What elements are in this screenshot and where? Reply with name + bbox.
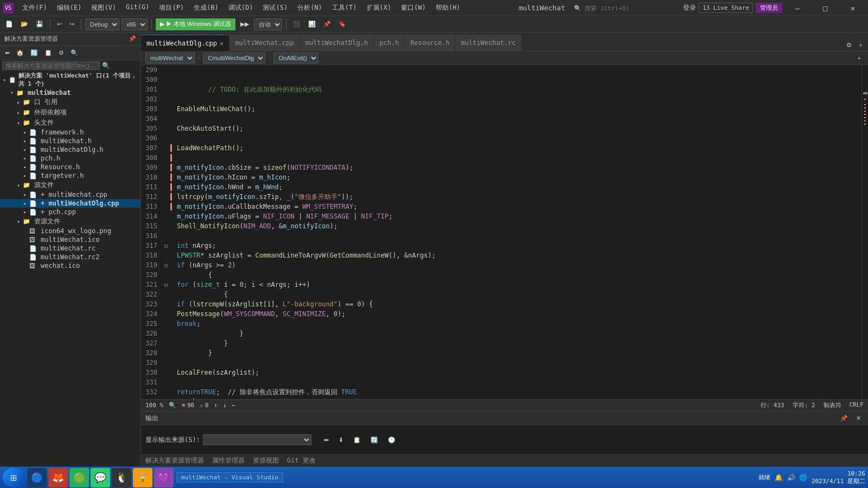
menu-window[interactable]: 窗口(W) [397, 1, 430, 15]
tab-multiwechat-cpp[interactable]: multiWechat.cpp [229, 35, 299, 51]
tree-multiwechatdlg-cpp[interactable]: ▸ 📄 + multiWechatDlg.cpp [0, 199, 141, 208]
tree-multiwechatdlg-h[interactable]: ▸ 📄 multiWechatDlg.h [0, 145, 141, 154]
sidebar-btn3[interactable]: 🔄 [28, 47, 41, 59]
output-btn5[interactable]: 🕐 [385, 434, 398, 446]
output-btn2[interactable]: ⬇ [336, 434, 346, 446]
output-close-btn[interactable]: ✕ [853, 412, 864, 424]
auto-dropdown[interactable]: 自动 [254, 18, 282, 30]
run-button[interactable]: ▶ ▶ 本地 Windows 调试器 [156, 18, 235, 30]
code-editor[interactable]: 2993003013023033043053063073083093103113… [141, 65, 861, 399]
minimize-button[interactable]: — [785, 0, 810, 16]
tree-resource-h[interactable]: ▸ 📄 Resource.h [0, 163, 141, 171]
output-pin-btn[interactable]: 📌 [838, 412, 851, 424]
scrollbar-thumb[interactable] [863, 92, 867, 94]
tree-multiwechat-h[interactable]: ▸ 📄 multiWechat.h [0, 137, 141, 145]
sidebar-btn6[interactable]: 🔍 [68, 47, 81, 59]
live-share-button[interactable]: 13 Live Share [699, 3, 753, 13]
tree-icon64[interactable]: 🖼 icon64_wx_logo.png [0, 227, 141, 235]
sidebar-btn5[interactable]: ⚙ [56, 47, 67, 59]
output-btn1[interactable]: ⬅ [321, 434, 331, 446]
breadcrumb-method-dropdown[interactable]: OnAllExit() [273, 53, 318, 63]
menu-edit[interactable]: 编辑(E) [53, 1, 86, 15]
new-tab-btn[interactable]: + [855, 52, 864, 64]
taskbar-app-5[interactable]: 🐧 [112, 468, 131, 487]
menu-debug[interactable]: 调试(D) [224, 1, 258, 15]
tab-multiwechat-rc[interactable]: multiWechat.rc [456, 35, 522, 51]
tree-multiwechat-rc[interactable]: 📄 multiWechat.rc [0, 244, 141, 253]
taskbar-app-4[interactable]: 💬 [91, 468, 110, 487]
menu-build[interactable]: 生成(B) [189, 1, 223, 15]
tree-sources[interactable]: ▾ 📁 源文件 [0, 180, 141, 190]
toolbar-undo[interactable]: ↩ [54, 18, 65, 30]
tree-external-dep[interactable]: ▸ 📁 外部依赖项 [0, 107, 141, 118]
sidebar-search-button[interactable]: 🔍 [102, 62, 110, 69]
menu-git[interactable]: Git(G) [122, 1, 154, 15]
start-button[interactable]: ⊞ [3, 468, 24, 487]
menu-help[interactable]: 帮助(H) [431, 1, 465, 15]
taskbar-app-7[interactable]: 💜 [154, 468, 174, 487]
tree-headers[interactable]: ▾ 📁 头文件 [0, 118, 141, 128]
bottom-tab-git[interactable]: Git 更改 [287, 456, 316, 465]
toolbar-redo[interactable]: ↪ [67, 18, 77, 30]
toolbar-extra4[interactable]: 🔖 [336, 18, 349, 30]
toolbar-extra2[interactable]: 📊 [305, 18, 318, 30]
tree-pch-cpp[interactable]: ▸ 📄 + pch.cpp [0, 208, 141, 216]
sidebar-btn2[interactable]: 🏠 [14, 47, 27, 59]
error-count[interactable]: ✖ 90 [182, 402, 194, 409]
platform-dropdown[interactable]: x86 [122, 18, 148, 30]
sidebar-btn4[interactable]: 📋 [42, 47, 55, 59]
menu-file[interactable]: 文件(F) [18, 1, 52, 15]
arrow-left-icon[interactable]: ← [232, 402, 236, 409]
tree-pch-h[interactable]: ▸ 📄 pch.h [0, 154, 141, 163]
arrow-up-icon[interactable]: ↑ [214, 402, 218, 409]
taskbar-app-6[interactable]: 🔒 [133, 468, 152, 487]
tree-wechat-ico[interactable]: 🖼 wechat.ico [0, 261, 141, 270]
warning-count[interactable]: ⚠ 0 [200, 402, 208, 409]
menu-ext[interactable]: 扩展(X) [362, 1, 396, 15]
menu-project[interactable]: 项目(P) [155, 1, 188, 15]
taskbar-app-1[interactable]: 🔵 [27, 468, 47, 487]
output-source-select[interactable] [203, 434, 311, 445]
sidebar-search-input[interactable] [2, 61, 100, 70]
login-button[interactable]: 登录 [683, 3, 696, 12]
admin-button[interactable]: 管理员 [756, 3, 782, 13]
bottom-tab-properties[interactable]: 属性管理器 [212, 456, 245, 465]
bottom-tab-resource[interactable]: 资源视图 [253, 456, 279, 465]
taskbar-app-3[interactable]: 🟢 [69, 468, 89, 487]
tree-multiwechat-ico[interactable]: 🖼 multiWechat.ico [0, 235, 141, 244]
toolbar-new[interactable]: 📄 [3, 18, 16, 30]
toolbar-open[interactable]: 📂 [18, 18, 31, 30]
close-button[interactable]: ✕ [840, 0, 865, 16]
bottom-tab-solution[interactable]: 解决方案资源管理器 [145, 456, 204, 465]
taskbar-app-2[interactable]: 🦊 [48, 468, 68, 487]
output-btn3[interactable]: 📋 [350, 434, 363, 446]
tree-multiwechat-rc2[interactable]: 📄 multiWechat.rc2 [0, 253, 141, 261]
tree-references[interactable]: ▸ 📁 口 引用 [0, 97, 141, 107]
tree-targetver-h[interactable]: ▸ 📄 targetver.h [0, 171, 141, 180]
maximize-button[interactable]: □ [813, 0, 838, 16]
tree-resources[interactable]: ▾ 📁 资源文件 [0, 216, 141, 227]
toolbar-extra3[interactable]: 📌 [321, 18, 334, 30]
code-lines[interactable]: // TODO: 在此添加额外的初始化代码 EnableMultiWeChat(… [173, 65, 861, 399]
tab-multiwechatdlg-h[interactable]: multiWechatDlg.h [300, 35, 374, 51]
breadcrumb-class-dropdown[interactable]: CmultiWechatDlg [203, 53, 265, 63]
breadcrumb-file-dropdown[interactable]: multiWechat [145, 53, 195, 63]
tab-close-button[interactable]: ✕ [220, 40, 224, 47]
tree-multiwechat-cpp[interactable]: ▸ 📄 + multiWechat.cpp [0, 190, 141, 199]
output-btn4[interactable]: 🔄 [368, 434, 381, 446]
vertical-scrollbar[interactable] [861, 65, 868, 399]
tab-multiwechatdlg-cpp[interactable]: multiWechatDlg.cpp ✕ [141, 35, 229, 51]
tab-pch-h[interactable]: pch.h [374, 35, 405, 51]
tree-solution[interactable]: ▸ 📋 解决方案 'multiWechat' 口(1 个项目，共 1 个) [0, 71, 141, 88]
menu-analyze[interactable]: 分析(N) [293, 1, 327, 15]
menu-tools[interactable]: 工具(T) [328, 1, 361, 15]
tab-resource-h[interactable]: Resource.h [405, 35, 455, 51]
toolbar-extra1[interactable]: ⬛ [290, 18, 303, 30]
menu-test[interactable]: 测试(S) [258, 1, 292, 15]
arrow-down-icon[interactable]: ↓ [223, 402, 227, 409]
tree-project[interactable]: ▾ 📁 multiWechat [0, 88, 141, 97]
menu-view[interactable]: 视图(V) [87, 1, 120, 15]
sidebar-btn1[interactable]: ⬅ [2, 47, 12, 59]
tree-framework-h[interactable]: ▸ 📄 framework.h [0, 128, 141, 137]
debug-config-dropdown[interactable]: Debug [85, 18, 119, 30]
